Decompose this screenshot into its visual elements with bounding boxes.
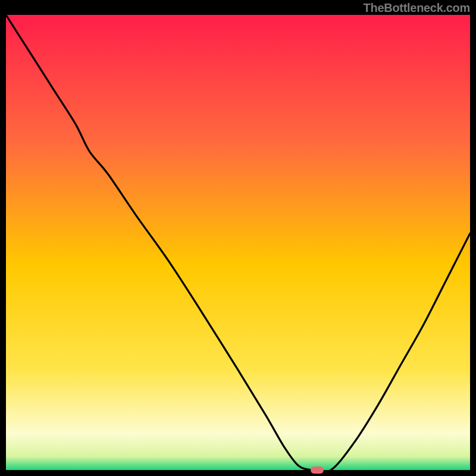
- chart-frame: TheBottleneck.com: [0, 0, 476, 476]
- optimal-marker: [311, 466, 324, 474]
- watermark-text: TheBottleneck.com: [364, 1, 470, 15]
- plot-area: [6, 15, 470, 470]
- gradient-background: [6, 15, 470, 470]
- chart-svg: [6, 15, 470, 470]
